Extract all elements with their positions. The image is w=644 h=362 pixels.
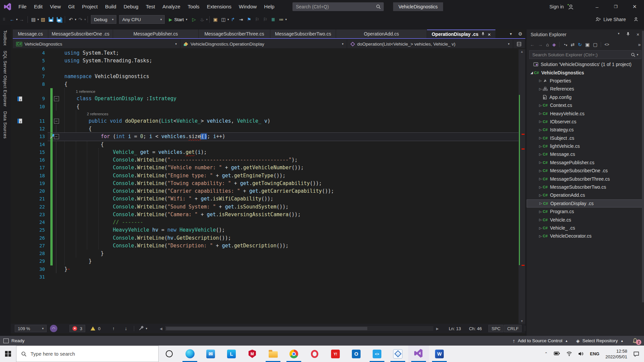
codelens-row[interactable]: 2 references	[13, 111, 519, 117]
tree-item-vehicle-cs[interactable]: ▷C#Vehicle_ .cs	[527, 224, 644, 232]
tree-collapsed-icon[interactable]: ▷	[538, 218, 543, 222]
tree-collapsed-icon[interactable]: ▷	[538, 193, 543, 197]
tab-messagesubscriberthree-cs[interactable]: MessageSubscriberThree.cs	[199, 29, 270, 38]
taskbar-app-edge[interactable]	[179, 346, 200, 362]
code-cleanup-icon[interactable]	[138, 326, 144, 331]
collapse-region-icon[interactable]: –	[54, 119, 59, 124]
tree-item-istrategy-cs[interactable]: ▷C#Istrategy.cs	[527, 126, 644, 134]
tree-item-vehicledecorator-cs[interactable]: ▷C#VehicleDecorator.cs	[527, 232, 644, 240]
side-tab-data-sources[interactable]: Data Sources	[3, 111, 7, 139]
start-without-debugging-icon[interactable]: ▷	[191, 16, 198, 23]
intellicode-icon[interactable]: ◠	[50, 325, 57, 332]
tree-collapsed-icon[interactable]: ▷	[538, 201, 543, 205]
tree-collapsed-icon[interactable]: ▷	[538, 120, 543, 123]
menu-item-project[interactable]: Project	[78, 0, 101, 13]
show-hidden-icons-chevron[interactable]: ⌃	[545, 352, 548, 356]
language-indicator[interactable]: ENG	[590, 351, 599, 356]
outlining-margin[interactable]	[53, 234, 60, 242]
tree-item-app-config[interactable]: App.config	[527, 93, 644, 101]
implements-interface-icon[interactable]: ↑	[17, 97, 22, 101]
close-tab-icon[interactable]: ×	[488, 32, 491, 37]
add-to-source-control-button[interactable]: ↑ Add to Source Control ▲	[513, 338, 568, 344]
outlining-margin[interactable]: –	[53, 117, 60, 125]
tree-item-project[interactable]: ◢C#VehicleDisgnostics	[527, 68, 644, 76]
open-file-icon[interactable]: ▧	[39, 16, 47, 23]
se-switch-views-icon[interactable]: ◈	[552, 42, 556, 47]
se-show-all-files-icon[interactable]: ▢	[593, 42, 597, 47]
format-document-icon[interactable]: ≣	[270, 16, 277, 23]
taskbar-app-opera[interactable]	[304, 346, 325, 362]
pin-icon[interactable]	[481, 32, 485, 37]
taskbar-app-y-alert[interactable]: Y!	[325, 346, 346, 362]
taskbar-app-3d-viewer[interactable]	[387, 346, 408, 362]
outlining-margin[interactable]: –	[53, 95, 60, 103]
outlining-margin[interactable]	[53, 164, 60, 172]
tree-item-messagesubscribertwo-cs[interactable]: ▷C#MessageSubscriberTwo.cs	[527, 183, 644, 191]
tree-collapsed-icon[interactable]: ▷	[538, 161, 543, 164]
background-tasks-icon[interactable]	[3, 339, 9, 343]
outlining-margin[interactable]	[53, 180, 60, 187]
outlining-margin[interactable]	[53, 156, 60, 164]
tree-collapsed-icon[interactable]: ▷	[538, 104, 543, 107]
tree-item-lightvehicle-cs[interactable]: ▷C#lightVehicle.cs	[527, 142, 644, 150]
tree-item-references[interactable]: ▷References	[527, 85, 644, 93]
tree-item-operationadd-cs[interactable]: ▷C#OperationAdd.cs	[527, 191, 644, 199]
spaces-indicator[interactable]: SPC	[488, 325, 503, 332]
se-forward-icon[interactable]: →	[538, 42, 543, 47]
save-all-icon[interactable]	[55, 16, 63, 23]
horizontal-scrollbar-thumb[interactable]	[166, 327, 367, 330]
start-debugging-button[interactable]: ▶ Start ▾	[169, 17, 187, 22]
tab-operationdisplay-cs[interactable]: OperationDisplay .cs×	[427, 29, 495, 38]
menu-item-test[interactable]: Test	[142, 0, 159, 13]
taskbar-app-chrome[interactable]	[283, 346, 304, 362]
scroll-left-icon[interactable]: ◀	[157, 325, 165, 332]
side-tab-toolbox[interactable]: Toolbox	[3, 30, 7, 46]
menu-item-extensions[interactable]: Extensions	[203, 0, 235, 13]
taskbar-app-mail[interactable]: ✉	[200, 346, 221, 362]
line-ending-indicator[interactable]: CRLF	[504, 325, 522, 332]
se-refresh-icon[interactable]: ↻	[578, 42, 582, 47]
close-panel-icon[interactable]: ×	[637, 32, 639, 37]
pin-icon[interactable]	[626, 32, 630, 36]
outlining-margin[interactable]	[53, 148, 60, 156]
sign-in-area[interactable]: Sign in	[549, 0, 574, 13]
start-button[interactable]	[0, 346, 16, 362]
tree-collapsed-icon[interactable]: ▷	[538, 234, 543, 238]
tree-collapsed-icon[interactable]: ▷	[538, 79, 543, 82]
outlining-margin[interactable]	[53, 195, 60, 203]
editor-vertical-scrollbar[interactable]: ▲ ▼	[519, 49, 525, 324]
menu-item-edit[interactable]: Edit	[30, 0, 46, 13]
window-layout-icon[interactable]: ◫	[220, 16, 227, 23]
tree-item-message-cs[interactable]: ▷C#Message.cs	[527, 150, 644, 158]
outlining-margin[interactable]	[53, 103, 60, 111]
battery-icon[interactable]	[554, 351, 560, 356]
codelens-references[interactable]: 1 reference	[76, 89, 95, 94]
tree-collapsed-icon[interactable]: ▷	[538, 210, 543, 214]
breadcrumb-member-dropdown[interactable]: doOperation(List<Vehicle_> vehicles, Veh…	[347, 40, 513, 48]
new-project-icon[interactable]: ▤	[30, 16, 37, 23]
se-home-icon[interactable]: ⌂	[546, 42, 549, 47]
undo-icon[interactable]: ↶	[67, 16, 74, 23]
window-layout-dropdown[interactable]: ▾	[227, 18, 229, 21]
taskbar-clock[interactable]: 12:58 2022/05/01	[605, 348, 627, 360]
taskbar-app-vscode[interactable]: <>	[367, 346, 387, 362]
user-account-icon[interactable]	[567, 3, 574, 10]
outlining-margin[interactable]	[53, 226, 60, 234]
tree-collapsed-icon[interactable]: ▷	[538, 144, 543, 148]
code-cleanup-dropdown[interactable]: ▾	[146, 327, 147, 330]
zoom-level-dropdown[interactable]: 109 % ▾	[15, 325, 47, 332]
outlining-margin[interactable]	[53, 257, 60, 265]
redo-dropdown[interactable]: ▾	[85, 18, 86, 21]
outlining-margin[interactable]	[53, 265, 60, 273]
indent-to-icon[interactable]: ⇥	[237, 16, 245, 23]
tree-item-iobserver-cs[interactable]: ▷C#IObserver.cs	[527, 118, 644, 126]
outlining-margin[interactable]	[53, 219, 60, 226]
menu-item-window[interactable]: Window	[235, 0, 260, 13]
se-pending-changes-filter-icon[interactable]: ◔▾	[563, 42, 567, 47]
tree-item-program-cs[interactable]: ▷C#Program.cs	[527, 207, 644, 216]
collapse-region-icon[interactable]: –	[54, 96, 59, 101]
redo-icon[interactable]: ↷	[77, 16, 84, 23]
tree-item-messagepublisher-cs[interactable]: ▷C#MessagePublisher.cs	[527, 159, 644, 167]
tab-message-cs[interactable]: Message.cs	[13, 29, 48, 38]
error-count-button[interactable]: ✕ 3	[69, 325, 85, 332]
